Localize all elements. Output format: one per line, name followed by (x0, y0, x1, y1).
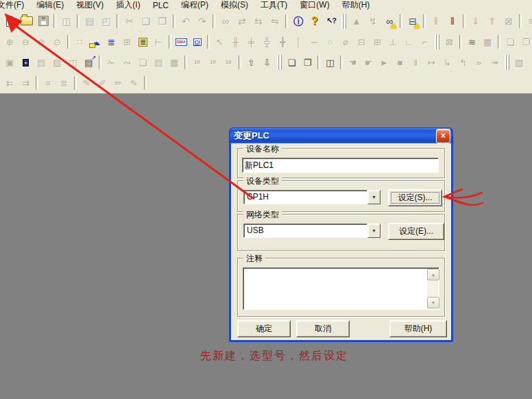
indent-rung-icon: ⇇ (2, 75, 18, 90)
set-value-off-icon[interactable]: ⇩ (259, 55, 275, 70)
network-type-label: 网络类型 (243, 209, 282, 221)
sim-pause-icon: ‖ (408, 55, 424, 70)
zoom-out-icon: ⊖ (18, 34, 34, 49)
network-settings-button[interactable]: 设定(E)... (388, 223, 444, 240)
save-icon (35, 13, 51, 29)
menu-item-file[interactable]: 文件(F) (0, 0, 30, 10)
grid-icon: ∷ (72, 34, 88, 49)
toolbar-separator (74, 76, 77, 90)
watch-window-2-icon: ❐ (518, 34, 532, 49)
edit-rung-comment-icon: ✐ (95, 75, 110, 90)
toolbar-separator (340, 56, 343, 69)
menu-item-help[interactable]: 帮助(H) (336, 0, 376, 10)
toolbar-separator (463, 14, 466, 28)
list-view-icon: ◫ (65, 55, 81, 70)
corner-line-icon: ∟ (401, 34, 417, 49)
align-outline-icon: ≣ (56, 75, 72, 90)
section-list-icon: ❏ (135, 55, 151, 70)
network-type-value[interactable]: USB (243, 223, 367, 238)
toolbar-row-1: ◫▤◰✂❏❐↶↷∞⇄⇆⇋ⓘ?↖?▲↯∞⊟‖‖⇓⇑⊠≋ (0, 10, 532, 32)
device-name-input[interactable] (242, 158, 439, 173)
toolbar-separator (519, 14, 522, 28)
info-icon[interactable]: ⓘ (290, 13, 306, 29)
contact-or-no-icon: ╬ (259, 34, 275, 49)
chevron-down-icon[interactable]: ▼ (367, 223, 380, 238)
coil-closed-icon: ⌀ (338, 34, 354, 49)
toolbar-separator (239, 56, 241, 69)
change-plc-dialog: 变更PLC × 设备名称 设备类型 CP1H ▼ 设定(S)... 网络 (229, 128, 453, 342)
redo-icon: ↷ (194, 13, 210, 29)
sim-stop-icon: ■ (392, 55, 408, 70)
device-settings-button[interactable]: 设定(S)... (388, 189, 442, 206)
horizontal-line-icon: ─ (306, 34, 322, 49)
device-type-combo[interactable]: CP1H ▼ (243, 190, 380, 204)
menu-item-view[interactable]: 视图(V) (70, 0, 110, 10)
context-help-icon[interactable]: ↖? (323, 13, 339, 29)
toolbar-separator (498, 35, 500, 49)
run-mode-icon: ☚ (345, 55, 361, 70)
network-type-combo[interactable]: USB ▼ (243, 223, 380, 238)
menu-item-edit[interactable]: 编辑(E) (30, 0, 70, 10)
toolbar-separator (53, 14, 56, 28)
device-type-value[interactable]: CP1H (243, 190, 367, 204)
ok-button-label: 确定 (256, 323, 272, 335)
menu-item-program[interactable]: 编程(P) (175, 0, 215, 10)
menu-item-simulation[interactable]: 模拟(S) (215, 0, 254, 10)
tile-windows-icon[interactable]: ◫ (322, 55, 338, 70)
upload-from-plc-icon: ⇑ (484, 13, 500, 29)
toolbar-separator (173, 14, 176, 28)
pause-icon[interactable]: ‖ (444, 13, 461, 29)
menu-item-tools[interactable]: 工具(T) (254, 0, 293, 10)
comment-group: 注释 ▲ ▼ (237, 258, 445, 317)
plc-settings-icon[interactable]: ٭ (18, 55, 34, 70)
signed-decimal-format-icon: 10 (205, 55, 221, 70)
monitor-data-icon: ⊞ (119, 34, 135, 49)
find-icon: ∞ (217, 13, 234, 29)
menu-item-insert[interactable]: 插入(I) (110, 0, 146, 10)
set-value-on-icon[interactable]: ⇧ (243, 55, 259, 70)
time-chart-icon: ▦ (480, 34, 496, 49)
device-settings-button-label: 设定(S)... (398, 192, 433, 204)
toolbar-separator (117, 14, 119, 28)
help-button[interactable]: 帮助(H) (389, 320, 447, 337)
menu-item-window[interactable]: 窗口(W) (293, 0, 335, 10)
network-simulator-icon[interactable]: ⊟ (404, 13, 421, 29)
mnemonics-view-icon[interactable]: SMA (173, 34, 189, 49)
coil-icon: ○ (322, 34, 338, 49)
help-icon[interactable]: ? (306, 13, 323, 29)
device-name-group: 设备名称 (237, 148, 445, 178)
local-symbol-window-icon: ▤ (151, 55, 167, 70)
data-trace-icon[interactable]: ≋ (464, 34, 480, 49)
symbol-table-icon[interactable]: ≣ (135, 34, 151, 49)
arrange-windows-icon[interactable]: ❐ (300, 55, 315, 70)
zoom-reset-icon: ⊘ (34, 34, 49, 49)
toolbar-row-2: ⊕⊖⊘⊙∷☁≣⊞≣⊢SMACI↖╫╪╬╋│─○⌀⊟⊞⊥∟⌐⊠≋▦❏❐❒ (0, 32, 532, 52)
chevron-down-icon[interactable]: ▼ (367, 190, 380, 204)
print-icon: ▤ (82, 13, 98, 29)
properties-icon[interactable]: ▤↗ (81, 55, 97, 70)
ci-view-icon[interactable]: CI (189, 34, 205, 49)
print-setup-icon: ◫ (58, 13, 75, 29)
comment-textarea[interactable] (243, 267, 439, 310)
scroll-up-icon[interactable]: ▲ (427, 269, 439, 280)
simulator-online-icon[interactable]: ∞ (381, 13, 398, 29)
menu-item-plc[interactable]: PLC (147, 0, 175, 10)
edit-comment-icon: ✎ (79, 75, 95, 90)
scroll-down-icon[interactable]: ▼ (427, 297, 439, 309)
open-file-icon[interactable] (19, 13, 35, 29)
rung-annotation-icon[interactable]: ≣ (104, 34, 119, 49)
comment-scrollbar[interactable]: ▲ ▼ (427, 269, 438, 309)
toolbar-separator (99, 56, 101, 69)
paste-icon: ❐ (154, 13, 171, 29)
sim-run-to-icon: » (471, 55, 487, 70)
toolbar-separator (400, 14, 402, 28)
toolbar-grip (277, 55, 282, 70)
new-file-icon[interactable] (2, 13, 19, 29)
compare-with-plc-icon: ⊠ (500, 13, 517, 29)
show-comments-icon[interactable]: ☁ (88, 34, 104, 49)
ok-button[interactable]: 确定 (237, 320, 291, 337)
new-window-icon[interactable]: ❏ (284, 55, 300, 70)
cancel-button[interactable]: 取消 (296, 320, 350, 337)
dialog-titlebar[interactable]: 变更PLC × (229, 128, 453, 143)
close-icon[interactable]: × (436, 129, 450, 143)
